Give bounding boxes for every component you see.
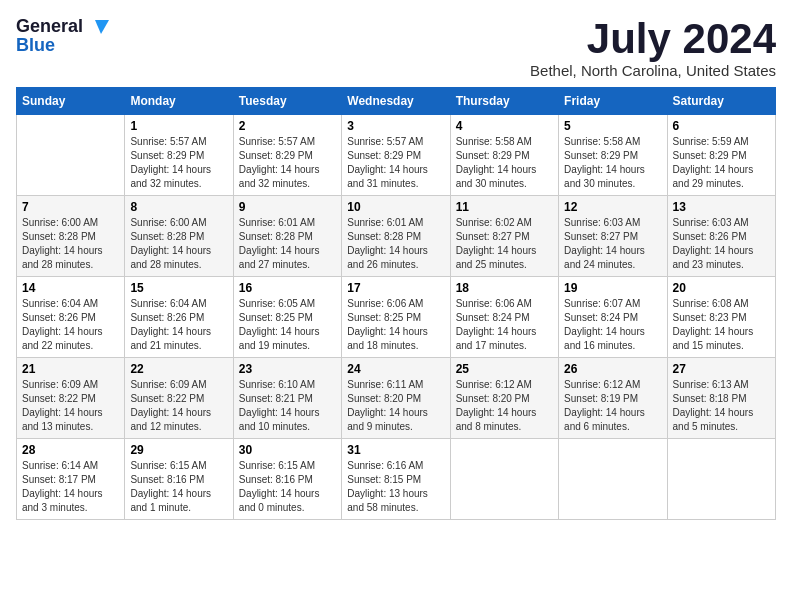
day-number: 15 — [130, 281, 227, 295]
table-row — [667, 439, 775, 520]
day-info: Sunrise: 6:00 AM Sunset: 8:28 PM Dayligh… — [130, 216, 227, 272]
header-saturday: Saturday — [667, 88, 775, 115]
day-info: Sunrise: 5:59 AM Sunset: 8:29 PM Dayligh… — [673, 135, 770, 191]
table-row: 31 Sunrise: 6:16 AM Sunset: 8:15 PM Dayl… — [342, 439, 450, 520]
table-row: 1 Sunrise: 5:57 AM Sunset: 8:29 PM Dayli… — [125, 115, 233, 196]
day-number: 21 — [22, 362, 119, 376]
day-number: 30 — [239, 443, 336, 457]
day-info: Sunrise: 6:09 AM Sunset: 8:22 PM Dayligh… — [130, 378, 227, 434]
day-info: Sunrise: 6:14 AM Sunset: 8:17 PM Dayligh… — [22, 459, 119, 515]
table-row: 15 Sunrise: 6:04 AM Sunset: 8:26 PM Dayl… — [125, 277, 233, 358]
day-number: 4 — [456, 119, 553, 133]
day-info: Sunrise: 6:06 AM Sunset: 8:25 PM Dayligh… — [347, 297, 444, 353]
page-header: General Blue July 2024 Bethel, North Car… — [16, 16, 776, 79]
day-info: Sunrise: 6:06 AM Sunset: 8:24 PM Dayligh… — [456, 297, 553, 353]
table-row: 13 Sunrise: 6:03 AM Sunset: 8:26 PM Dayl… — [667, 196, 775, 277]
table-row: 3 Sunrise: 5:57 AM Sunset: 8:29 PM Dayli… — [342, 115, 450, 196]
table-row: 14 Sunrise: 6:04 AM Sunset: 8:26 PM Dayl… — [17, 277, 125, 358]
table-row: 5 Sunrise: 5:58 AM Sunset: 8:29 PM Dayli… — [559, 115, 667, 196]
day-number: 13 — [673, 200, 770, 214]
day-info: Sunrise: 5:57 AM Sunset: 8:29 PM Dayligh… — [347, 135, 444, 191]
title-block: July 2024 Bethel, North Carolina, United… — [530, 16, 776, 79]
day-number: 28 — [22, 443, 119, 457]
table-row: 17 Sunrise: 6:06 AM Sunset: 8:25 PM Dayl… — [342, 277, 450, 358]
day-info: Sunrise: 5:57 AM Sunset: 8:29 PM Dayligh… — [239, 135, 336, 191]
day-info: Sunrise: 6:02 AM Sunset: 8:27 PM Dayligh… — [456, 216, 553, 272]
table-row: 20 Sunrise: 6:08 AM Sunset: 8:23 PM Dayl… — [667, 277, 775, 358]
logo-blue: Blue — [16, 35, 55, 56]
header-tuesday: Tuesday — [233, 88, 341, 115]
table-row: 10 Sunrise: 6:01 AM Sunset: 8:28 PM Dayl… — [342, 196, 450, 277]
svg-marker-0 — [95, 20, 109, 34]
day-info: Sunrise: 6:03 AM Sunset: 8:26 PM Dayligh… — [673, 216, 770, 272]
day-info: Sunrise: 6:12 AM Sunset: 8:19 PM Dayligh… — [564, 378, 661, 434]
calendar-body: 1 Sunrise: 5:57 AM Sunset: 8:29 PM Dayli… — [17, 115, 776, 520]
header-friday: Friday — [559, 88, 667, 115]
day-number: 12 — [564, 200, 661, 214]
day-number: 31 — [347, 443, 444, 457]
table-row: 19 Sunrise: 6:07 AM Sunset: 8:24 PM Dayl… — [559, 277, 667, 358]
day-number: 19 — [564, 281, 661, 295]
table-row: 4 Sunrise: 5:58 AM Sunset: 8:29 PM Dayli… — [450, 115, 558, 196]
logo-general: General — [16, 16, 83, 37]
day-number: 16 — [239, 281, 336, 295]
day-info: Sunrise: 6:15 AM Sunset: 8:16 PM Dayligh… — [239, 459, 336, 515]
day-number: 26 — [564, 362, 661, 376]
day-number: 1 — [130, 119, 227, 133]
logo: General Blue — [16, 16, 109, 56]
day-info: Sunrise: 6:01 AM Sunset: 8:28 PM Dayligh… — [347, 216, 444, 272]
day-number: 27 — [673, 362, 770, 376]
day-number: 2 — [239, 119, 336, 133]
table-row: 8 Sunrise: 6:00 AM Sunset: 8:28 PM Dayli… — [125, 196, 233, 277]
table-row: 26 Sunrise: 6:12 AM Sunset: 8:19 PM Dayl… — [559, 358, 667, 439]
day-number: 22 — [130, 362, 227, 376]
day-number: 7 — [22, 200, 119, 214]
day-info: Sunrise: 6:00 AM Sunset: 8:28 PM Dayligh… — [22, 216, 119, 272]
day-number: 8 — [130, 200, 227, 214]
day-number: 25 — [456, 362, 553, 376]
day-info: Sunrise: 5:58 AM Sunset: 8:29 PM Dayligh… — [456, 135, 553, 191]
table-row: 12 Sunrise: 6:03 AM Sunset: 8:27 PM Dayl… — [559, 196, 667, 277]
header-thursday: Thursday — [450, 88, 558, 115]
header-monday: Monday — [125, 88, 233, 115]
table-row — [17, 115, 125, 196]
day-info: Sunrise: 6:09 AM Sunset: 8:22 PM Dayligh… — [22, 378, 119, 434]
day-info: Sunrise: 5:57 AM Sunset: 8:29 PM Dayligh… — [130, 135, 227, 191]
day-info: Sunrise: 6:11 AM Sunset: 8:20 PM Dayligh… — [347, 378, 444, 434]
table-row — [450, 439, 558, 520]
table-row: 2 Sunrise: 5:57 AM Sunset: 8:29 PM Dayli… — [233, 115, 341, 196]
day-info: Sunrise: 6:01 AM Sunset: 8:28 PM Dayligh… — [239, 216, 336, 272]
header-wednesday: Wednesday — [342, 88, 450, 115]
day-info: Sunrise: 6:07 AM Sunset: 8:24 PM Dayligh… — [564, 297, 661, 353]
calendar-header: Sunday Monday Tuesday Wednesday Thursday… — [17, 88, 776, 115]
location-title: Bethel, North Carolina, United States — [530, 62, 776, 79]
day-info: Sunrise: 6:03 AM Sunset: 8:27 PM Dayligh… — [564, 216, 661, 272]
day-info: Sunrise: 6:05 AM Sunset: 8:25 PM Dayligh… — [239, 297, 336, 353]
table-row — [559, 439, 667, 520]
table-row: 28 Sunrise: 6:14 AM Sunset: 8:17 PM Dayl… — [17, 439, 125, 520]
day-number: 24 — [347, 362, 444, 376]
day-number: 5 — [564, 119, 661, 133]
table-row: 6 Sunrise: 5:59 AM Sunset: 8:29 PM Dayli… — [667, 115, 775, 196]
calendar-table: Sunday Monday Tuesday Wednesday Thursday… — [16, 87, 776, 520]
day-info: Sunrise: 6:04 AM Sunset: 8:26 PM Dayligh… — [130, 297, 227, 353]
table-row: 25 Sunrise: 6:12 AM Sunset: 8:20 PM Dayl… — [450, 358, 558, 439]
day-number: 17 — [347, 281, 444, 295]
table-row: 30 Sunrise: 6:15 AM Sunset: 8:16 PM Dayl… — [233, 439, 341, 520]
day-number: 11 — [456, 200, 553, 214]
day-info: Sunrise: 5:58 AM Sunset: 8:29 PM Dayligh… — [564, 135, 661, 191]
logo-icon — [87, 18, 109, 36]
day-number: 29 — [130, 443, 227, 457]
day-info: Sunrise: 6:10 AM Sunset: 8:21 PM Dayligh… — [239, 378, 336, 434]
day-info: Sunrise: 6:08 AM Sunset: 8:23 PM Dayligh… — [673, 297, 770, 353]
day-info: Sunrise: 6:04 AM Sunset: 8:26 PM Dayligh… — [22, 297, 119, 353]
table-row: 18 Sunrise: 6:06 AM Sunset: 8:24 PM Dayl… — [450, 277, 558, 358]
table-row: 21 Sunrise: 6:09 AM Sunset: 8:22 PM Dayl… — [17, 358, 125, 439]
table-row: 22 Sunrise: 6:09 AM Sunset: 8:22 PM Dayl… — [125, 358, 233, 439]
table-row: 27 Sunrise: 6:13 AM Sunset: 8:18 PM Dayl… — [667, 358, 775, 439]
header-sunday: Sunday — [17, 88, 125, 115]
table-row: 16 Sunrise: 6:05 AM Sunset: 8:25 PM Dayl… — [233, 277, 341, 358]
table-row: 11 Sunrise: 6:02 AM Sunset: 8:27 PM Dayl… — [450, 196, 558, 277]
day-number: 20 — [673, 281, 770, 295]
table-row: 9 Sunrise: 6:01 AM Sunset: 8:28 PM Dayli… — [233, 196, 341, 277]
